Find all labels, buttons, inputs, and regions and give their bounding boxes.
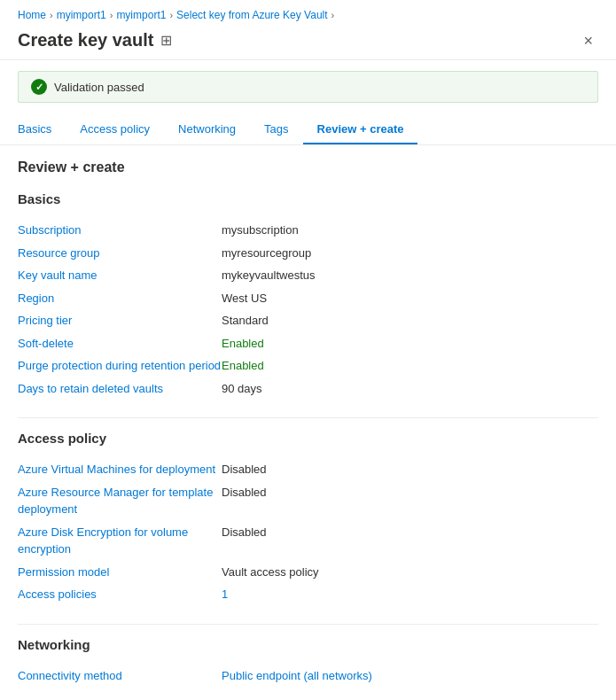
label-resource-group: Resource group: [18, 245, 222, 262]
tab-bar: Basics Access policy Networking Tags Rev…: [0, 103, 616, 145]
copy-icon[interactable]: ⊞: [160, 32, 172, 49]
page-header: Create key vault ⊞ ×: [0, 27, 616, 60]
divider-1: [18, 417, 598, 418]
basics-section: Basics Subscription mysubscription Resou…: [18, 191, 598, 400]
breadcrumb-sep-2: ›: [110, 10, 113, 20]
row-vm-deployment: Azure Virtual Machines for deployment Di…: [18, 458, 598, 481]
row-region: Region West US: [18, 287, 598, 310]
access-policy-section: Access policy Azure Virtual Machines for…: [18, 431, 598, 606]
value-permission-model: Vault access policy: [222, 564, 598, 581]
value-access-policies: 1: [222, 586, 598, 603]
header-left: Create key vault ⊞: [18, 30, 172, 51]
value-vm-deployment: Disabled: [222, 461, 598, 478]
main-panel: Home › myimport1 › myimport1 › Select ke…: [0, 0, 616, 700]
label-access-policies: Access policies: [18, 586, 222, 603]
label-connectivity: Connectivity method: [18, 667, 222, 685]
breadcrumb-home[interactable]: Home: [18, 9, 46, 21]
breadcrumb-myimport1-1[interactable]: myimport1: [57, 9, 106, 21]
row-permission-model: Permission model Vault access policy: [18, 561, 598, 584]
review-heading: Review + create: [18, 159, 598, 175]
value-connectivity: Public endpoint (all networks): [222, 667, 598, 685]
divider-2: [18, 624, 598, 625]
label-region: Region: [18, 290, 222, 307]
value-subscription: mysubscription: [222, 222, 598, 239]
close-button[interactable]: ×: [578, 31, 598, 51]
row-resource-group: Resource group myresourcegroup: [18, 242, 598, 265]
label-days-retain: Days to retain deleted vaults: [18, 380, 222, 398]
access-policy-heading: Access policy: [18, 431, 598, 446]
row-pricing-tier: Pricing tier Standard: [18, 309, 598, 332]
value-days-retain: 90 days: [222, 380, 598, 398]
breadcrumb-sep-4: ›: [331, 10, 335, 20]
label-subscription: Subscription: [18, 222, 222, 239]
tab-basics[interactable]: Basics: [18, 115, 66, 144]
value-purge-protection: Enabled: [222, 357, 598, 375]
row-key-vault-name: Key vault name mykeyvaultwestus: [18, 264, 598, 287]
row-days-retain: Days to retain deleted vaults 90 days: [18, 377, 598, 401]
breadcrumb: Home › myimport1 › myimport1 › Select ke…: [0, 0, 616, 27]
row-purge-protection: Purge protection during retention period…: [18, 354, 598, 377]
row-connectivity: Connectivity method Public endpoint (all…: [18, 665, 598, 688]
label-permission-model: Permission model: [18, 564, 222, 581]
basics-heading: Basics: [18, 191, 598, 206]
value-disk-encryption: Disabled: [222, 524, 598, 541]
check-icon: [31, 79, 47, 95]
breadcrumb-sep-1: ›: [50, 10, 53, 20]
value-pricing-tier: Standard: [222, 312, 598, 330]
breadcrumb-select-key[interactable]: Select key from Azure Key Vault: [176, 9, 328, 21]
label-soft-delete: Soft-delete: [18, 335, 222, 353]
tab-review-create[interactable]: Review + create: [303, 115, 418, 144]
validation-bar: Validation passed: [18, 71, 598, 103]
row-subscription: Subscription mysubscription: [18, 219, 598, 242]
main-content: Review + create Basics Subscription mysu…: [0, 145, 616, 700]
value-soft-delete: Enabled: [222, 335, 598, 353]
networking-heading: Networking: [18, 637, 598, 652]
tab-networking[interactable]: Networking: [164, 115, 250, 144]
validation-text: Validation passed: [54, 81, 144, 94]
breadcrumb-sep-3: ›: [169, 10, 173, 20]
value-arm-deployment: Disabled: [222, 484, 598, 502]
value-key-vault-name: mykeyvaultwestus: [222, 267, 598, 284]
label-pricing-tier: Pricing tier: [18, 312, 222, 330]
tab-tags[interactable]: Tags: [250, 115, 302, 144]
row-disk-encryption: Azure Disk Encryption for volume encrypt…: [18, 521, 598, 561]
networking-section: Networking Connectivity method Public en…: [18, 637, 598, 688]
label-arm-deployment: Azure Resource Manager for template depl…: [18, 484, 222, 518]
label-disk-encryption: Azure Disk Encryption for volume encrypt…: [18, 524, 222, 558]
row-arm-deployment: Azure Resource Manager for template depl…: [18, 481, 598, 521]
tab-access-policy[interactable]: Access policy: [66, 115, 164, 144]
value-resource-group: myresourcegroup: [222, 245, 598, 262]
label-vm-deployment: Azure Virtual Machines for deployment: [18, 461, 222, 478]
row-access-policies: Access policies 1: [18, 583, 598, 606]
page-title: Create key vault: [18, 30, 153, 51]
value-region: West US: [222, 290, 598, 307]
label-key-vault-name: Key vault name: [18, 267, 222, 284]
row-soft-delete: Soft-delete Enabled: [18, 332, 598, 355]
label-purge-protection: Purge protection during retention period: [18, 357, 222, 375]
breadcrumb-myimport1-2[interactable]: myimport1: [116, 9, 166, 21]
